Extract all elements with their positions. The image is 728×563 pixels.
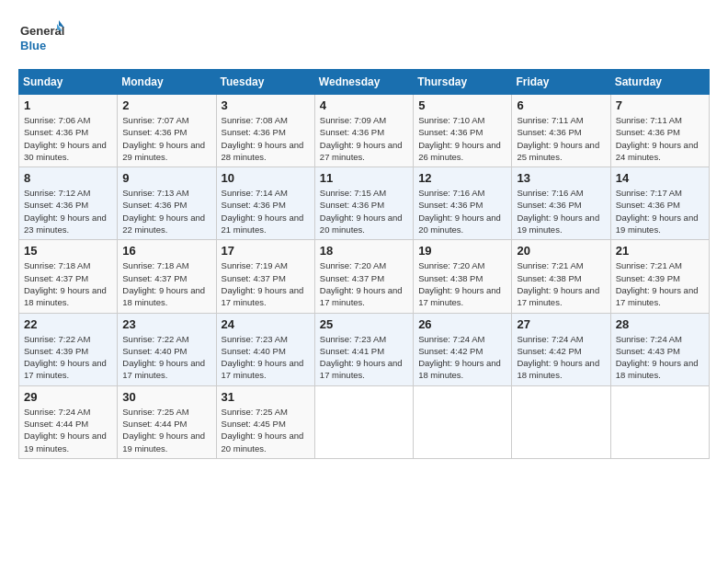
day-number: 26	[418, 317, 506, 331]
calendar-day-28: 28 Sunrise: 7:24 AM Sunset: 4:43 PM Dayl…	[610, 313, 709, 385]
calendar-day-6: 6 Sunrise: 7:11 AM Sunset: 4:36 PM Dayli…	[512, 95, 610, 167]
calendar-day-17: 17 Sunrise: 7:19 AM Sunset: 4:37 PM Dayl…	[216, 240, 314, 313]
calendar-day-10: 10 Sunrise: 7:14 AM Sunset: 4:36 PM Dayl…	[216, 167, 314, 240]
day-info: Sunrise: 7:24 AM Sunset: 4:42 PM Dayligh…	[517, 333, 605, 382]
day-number: 18	[320, 244, 408, 258]
day-info: Sunrise: 7:24 AM Sunset: 4:42 PM Dayligh…	[418, 333, 506, 382]
calendar-day-11: 11 Sunrise: 7:15 AM Sunset: 4:36 PM Dayl…	[314, 167, 413, 240]
day-info: Sunrise: 7:16 AM Sunset: 4:36 PM Dayligh…	[517, 187, 605, 236]
day-number: 1	[24, 98, 112, 112]
calendar-day-empty	[610, 385, 709, 458]
day-number: 27	[517, 317, 605, 331]
logo: General Blue	[18, 18, 64, 60]
svg-text:Blue: Blue	[20, 39, 46, 52]
day-info: Sunrise: 7:12 AM Sunset: 4:36 PM Dayligh…	[24, 187, 112, 236]
day-info: Sunrise: 7:08 AM Sunset: 4:36 PM Dayligh…	[222, 114, 310, 163]
day-number: 16	[122, 244, 210, 258]
day-number: 17	[222, 244, 310, 258]
day-info: Sunrise: 7:25 AM Sunset: 4:44 PM Dayligh…	[122, 406, 210, 454]
day-number: 24	[222, 317, 310, 331]
calendar-day-empty	[512, 385, 610, 458]
calendar-day-21: 21 Sunrise: 7:21 AM Sunset: 4:39 PM Dayl…	[610, 240, 709, 313]
calendar-day-1: 1 Sunrise: 7:06 AM Sunset: 4:36 PM Dayli…	[19, 95, 118, 167]
calendar-day-15: 15 Sunrise: 7:18 AM Sunset: 4:37 PM Dayl…	[19, 240, 118, 313]
day-number: 31	[222, 390, 310, 404]
calendar-week-4: 22 Sunrise: 7:22 AM Sunset: 4:39 PM Dayl…	[19, 313, 710, 385]
calendar-day-25: 25 Sunrise: 7:23 AM Sunset: 4:41 PM Dayl…	[314, 313, 413, 385]
calendar-day-14: 14 Sunrise: 7:17 AM Sunset: 4:36 PM Dayl…	[610, 167, 709, 240]
day-info: Sunrise: 7:10 AM Sunset: 4:36 PM Dayligh…	[418, 114, 506, 163]
calendar-day-7: 7 Sunrise: 7:11 AM Sunset: 4:36 PM Dayli…	[610, 95, 709, 167]
day-number: 12	[418, 171, 506, 185]
day-number: 23	[122, 317, 210, 331]
calendar-week-3: 15 Sunrise: 7:18 AM Sunset: 4:37 PM Dayl…	[19, 240, 710, 313]
calendar-day-29: 29 Sunrise: 7:24 AM Sunset: 4:44 PM Dayl…	[19, 385, 118, 458]
calendar-day-27: 27 Sunrise: 7:24 AM Sunset: 4:42 PM Dayl…	[512, 313, 610, 385]
day-info: Sunrise: 7:11 AM Sunset: 4:36 PM Dayligh…	[517, 114, 605, 163]
calendar-day-2: 2 Sunrise: 7:07 AM Sunset: 4:36 PM Dayli…	[118, 95, 216, 167]
day-info: Sunrise: 7:24 AM Sunset: 4:44 PM Dayligh…	[24, 406, 112, 454]
calendar-day-23: 23 Sunrise: 7:22 AM Sunset: 4:40 PM Dayl…	[118, 313, 216, 385]
day-number: 10	[222, 171, 310, 185]
page-header: General Blue	[18, 18, 710, 60]
day-info: Sunrise: 7:11 AM Sunset: 4:36 PM Dayligh…	[616, 114, 704, 163]
weekday-header-sunday: Sunday	[19, 70, 118, 95]
weekday-header-monday: Monday	[118, 70, 216, 95]
weekday-header-thursday: Thursday	[414, 70, 512, 95]
day-number: 11	[320, 171, 408, 185]
day-number: 25	[320, 317, 408, 331]
calendar-day-31: 31 Sunrise: 7:25 AM Sunset: 4:45 PM Dayl…	[216, 385, 314, 458]
calendar-day-22: 22 Sunrise: 7:22 AM Sunset: 4:39 PM Dayl…	[19, 313, 118, 385]
calendar-week-2: 8 Sunrise: 7:12 AM Sunset: 4:36 PM Dayli…	[19, 167, 710, 240]
calendar-table: SundayMondayTuesdayWednesdayThursdayFrid…	[18, 69, 710, 459]
weekday-header-tuesday: Tuesday	[216, 70, 314, 95]
day-info: Sunrise: 7:17 AM Sunset: 4:36 PM Dayligh…	[616, 187, 704, 236]
day-number: 14	[616, 171, 704, 185]
day-number: 20	[517, 244, 605, 258]
day-info: Sunrise: 7:20 AM Sunset: 4:37 PM Dayligh…	[320, 259, 408, 308]
day-number: 6	[517, 98, 605, 112]
day-info: Sunrise: 7:19 AM Sunset: 4:37 PM Dayligh…	[222, 259, 310, 308]
day-info: Sunrise: 7:23 AM Sunset: 4:40 PM Dayligh…	[222, 333, 310, 382]
day-info: Sunrise: 7:21 AM Sunset: 4:39 PM Dayligh…	[616, 259, 704, 308]
day-number: 22	[24, 317, 112, 331]
calendar-day-30: 30 Sunrise: 7:25 AM Sunset: 4:44 PM Dayl…	[118, 385, 216, 458]
day-info: Sunrise: 7:16 AM Sunset: 4:36 PM Dayligh…	[418, 187, 506, 236]
day-info: Sunrise: 7:23 AM Sunset: 4:41 PM Dayligh…	[320, 333, 408, 382]
day-info: Sunrise: 7:22 AM Sunset: 4:39 PM Dayligh…	[24, 333, 112, 382]
day-info: Sunrise: 7:21 AM Sunset: 4:38 PM Dayligh…	[517, 259, 605, 308]
day-info: Sunrise: 7:25 AM Sunset: 4:45 PM Dayligh…	[222, 406, 310, 454]
calendar-week-5: 29 Sunrise: 7:24 AM Sunset: 4:44 PM Dayl…	[19, 385, 710, 458]
calendar-day-16: 16 Sunrise: 7:18 AM Sunset: 4:37 PM Dayl…	[118, 240, 216, 313]
calendar-day-19: 19 Sunrise: 7:20 AM Sunset: 4:38 PM Dayl…	[414, 240, 512, 313]
day-info: Sunrise: 7:13 AM Sunset: 4:36 PM Dayligh…	[122, 187, 210, 236]
weekday-header-friday: Friday	[512, 70, 610, 95]
weekday-header-wednesday: Wednesday	[314, 70, 413, 95]
calendar-week-1: 1 Sunrise: 7:06 AM Sunset: 4:36 PM Dayli…	[19, 95, 710, 167]
calendar-day-18: 18 Sunrise: 7:20 AM Sunset: 4:37 PM Dayl…	[314, 240, 413, 313]
day-info: Sunrise: 7:20 AM Sunset: 4:38 PM Dayligh…	[418, 259, 506, 308]
day-number: 29	[24, 390, 112, 404]
day-info: Sunrise: 7:18 AM Sunset: 4:37 PM Dayligh…	[24, 259, 112, 308]
calendar-day-12: 12 Sunrise: 7:16 AM Sunset: 4:36 PM Dayl…	[414, 167, 512, 240]
calendar-day-20: 20 Sunrise: 7:21 AM Sunset: 4:38 PM Dayl…	[512, 240, 610, 313]
calendar-day-4: 4 Sunrise: 7:09 AM Sunset: 4:36 PM Dayli…	[314, 95, 413, 167]
day-info: Sunrise: 7:18 AM Sunset: 4:37 PM Dayligh…	[122, 259, 210, 308]
calendar-day-empty	[414, 385, 512, 458]
weekday-header-saturday: Saturday	[610, 70, 709, 95]
day-info: Sunrise: 7:24 AM Sunset: 4:43 PM Dayligh…	[616, 333, 704, 382]
day-number: 19	[418, 244, 506, 258]
day-number: 9	[122, 171, 210, 185]
logo-svg: General Blue	[18, 18, 64, 60]
day-info: Sunrise: 7:14 AM Sunset: 4:36 PM Dayligh…	[222, 187, 310, 236]
day-info: Sunrise: 7:22 AM Sunset: 4:40 PM Dayligh…	[122, 333, 210, 382]
day-number: 30	[122, 390, 210, 404]
calendar-day-26: 26 Sunrise: 7:24 AM Sunset: 4:42 PM Dayl…	[414, 313, 512, 385]
calendar-day-empty	[314, 385, 413, 458]
day-number: 4	[320, 98, 408, 112]
calendar-day-9: 9 Sunrise: 7:13 AM Sunset: 4:36 PM Dayli…	[118, 167, 216, 240]
day-number: 3	[222, 98, 310, 112]
calendar-day-13: 13 Sunrise: 7:16 AM Sunset: 4:36 PM Dayl…	[512, 167, 610, 240]
day-number: 21	[616, 244, 704, 258]
calendar-day-8: 8 Sunrise: 7:12 AM Sunset: 4:36 PM Dayli…	[19, 167, 118, 240]
